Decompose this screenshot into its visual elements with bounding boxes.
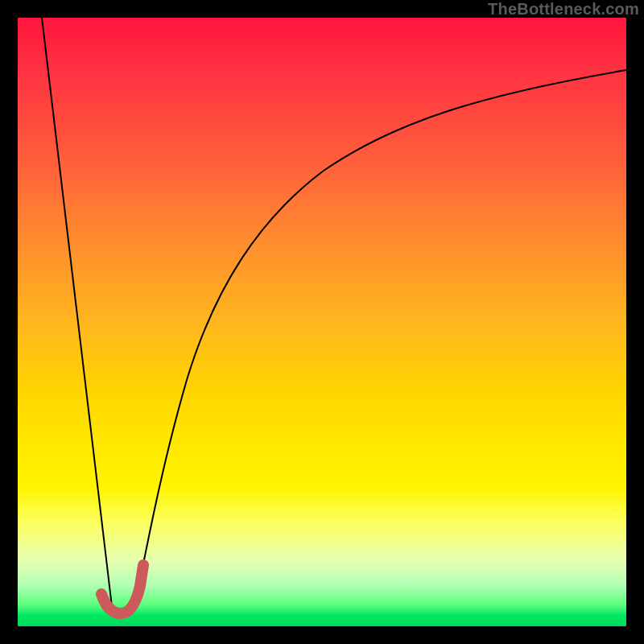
series-right-branch: [135, 70, 626, 604]
plot-area: [18, 18, 626, 626]
series-left-branch: [42, 18, 113, 613]
chart-frame: TheBottleneck.com: [0, 0, 644, 644]
chart-svg: [18, 18, 626, 626]
watermark-text: TheBottleneck.com: [488, 0, 639, 19]
